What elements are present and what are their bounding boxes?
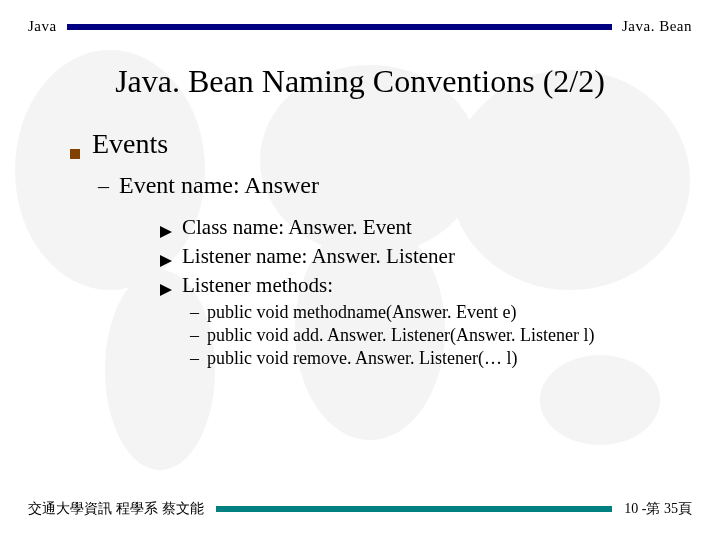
footer-bar: 交通大學資訊 程學系 蔡文能 10 -第 35頁 <box>0 500 720 518</box>
footer-author-label: 交通大學資訊 程學系 蔡文能 <box>28 500 204 518</box>
list-item: Listener name: Answer. Listener <box>160 244 670 269</box>
slide-body: Events – Event name: Answer Class name: … <box>0 100 720 369</box>
detail-item-label: Class name: Answer. Event <box>182 215 412 240</box>
triangle-bullet-icon <box>160 255 172 267</box>
section-heading: Events <box>92 128 168 160</box>
slide-title: Java. Bean Naming Conventions (2/2) <box>0 63 720 100</box>
list-item: – public void methodname(Answer. Event e… <box>190 302 670 323</box>
svg-marker-7 <box>160 255 172 267</box>
list-item: – public void remove. Answer. Listener(…… <box>190 348 670 369</box>
square-bullet-icon <box>70 149 80 159</box>
method-label: public void add. Answer. Listener(Answer… <box>207 325 594 346</box>
triangle-bullet-icon <box>160 284 172 296</box>
detail-item-label: Listener name: Answer. Listener <box>182 244 455 269</box>
triangle-bullet-icon <box>160 226 172 238</box>
footer-page-label: 10 -第 35頁 <box>624 500 692 518</box>
header-left-label: Java <box>28 18 57 35</box>
svg-marker-8 <box>160 284 172 296</box>
dash-bullet-icon: – <box>190 325 199 346</box>
header-rule <box>67 24 612 30</box>
list-item: – Event name: Answer <box>98 172 670 199</box>
dash-bullet-icon: – <box>190 302 199 323</box>
dash-bullet-icon: – <box>190 348 199 369</box>
method-label: public void methodname(Answer. Event e) <box>207 302 516 323</box>
header-right-label: Java. Bean <box>622 18 692 35</box>
list-item: – public void add. Answer. Listener(Answ… <box>190 325 670 346</box>
sub-item-label: Event name: Answer <box>119 172 319 199</box>
dash-bullet-icon: – <box>98 173 109 199</box>
list-item: Class name: Answer. Event <box>160 215 670 240</box>
header-bar: Java Java. Bean <box>0 0 720 35</box>
list-item: Listener methods: <box>160 273 670 298</box>
list-item: Events <box>70 128 670 160</box>
svg-marker-6 <box>160 226 172 238</box>
method-label: public void remove. Answer. Listener(… l… <box>207 348 517 369</box>
footer-rule <box>216 506 613 512</box>
detail-item-label: Listener methods: <box>182 273 333 298</box>
